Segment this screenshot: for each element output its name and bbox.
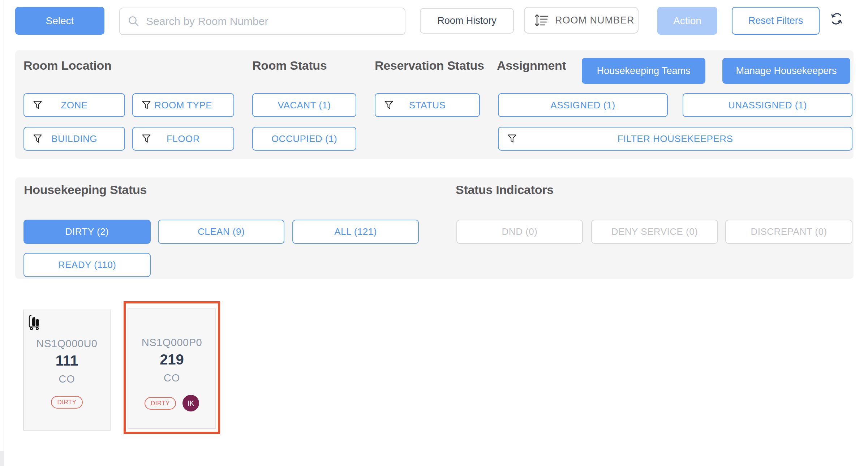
hk-ready-button[interactable]: READY (110) (23, 253, 151, 277)
filter-building-label: BUILDING (51, 133, 97, 144)
housekeeper-badge: IK (182, 395, 199, 411)
hk-dirty-label: DIRTY (2) (65, 226, 109, 237)
filter-status-button[interactable]: STATUS (375, 93, 480, 117)
sort-label: ROOM NUMBER (555, 15, 635, 26)
search-box[interactable] (119, 8, 405, 35)
filter-funnel-icon (32, 99, 43, 111)
room-number: 219 (160, 351, 184, 368)
filter-floor-button[interactable]: FLOOR (132, 127, 234, 151)
filter-vacant-button[interactable]: VACANT (1) (252, 93, 356, 117)
room-history-button[interactable]: Room History (420, 8, 514, 34)
filter-unassigned-button[interactable]: UNASSIGNED (1) (683, 93, 852, 117)
room-number: 111 (56, 353, 78, 369)
selected-room-outline: NS1Q000P0 219 CO DIRTY IK (124, 301, 220, 434)
filter-funnel-icon (141, 99, 152, 111)
room-card-111[interactable]: NS1Q000U0 111 CO DIRTY (23, 310, 111, 431)
filter-status-label: STATUS (409, 100, 446, 111)
dirty-status-pill: DIRTY (51, 396, 82, 409)
filter-room-type-button[interactable]: ROOM TYPE (132, 93, 234, 117)
room-code: NS1Q000P0 (142, 337, 202, 349)
filter-funnel-icon (141, 133, 152, 144)
luggage-cart-icon (27, 314, 42, 330)
filter-building-button[interactable]: BUILDING (23, 127, 125, 151)
reservation-type: CO (164, 372, 180, 384)
manage-housekeepers-label: Manage Housekeepers (736, 65, 837, 77)
sort-amount-icon (533, 12, 549, 28)
filter-occupied-button[interactable]: OCCUPIED (1) (252, 127, 356, 151)
action-button-label: Action (673, 15, 701, 27)
search-icon (127, 15, 140, 28)
hk-all-label: ALL (121) (334, 226, 377, 237)
filter-housekeepers-button[interactable]: FILTER HOUSEKEEPERS (498, 127, 852, 151)
indicator-discrepant-button[interactable]: DISCREPANT (0) (725, 220, 852, 244)
reservation-status-title: Reservation Status (375, 59, 484, 73)
search-input[interactable] (145, 15, 378, 28)
filter-funnel-icon (383, 99, 394, 111)
hk-ready-label: READY (110) (58, 259, 116, 271)
status-indicators-title: Status Indicators (456, 183, 554, 197)
housekeeping-teams-button[interactable]: Housekeeping Teams (582, 58, 705, 84)
manage-housekeepers-button[interactable]: Manage Housekeepers (722, 58, 850, 84)
room-status-title: Room Status (252, 59, 327, 73)
filter-room-type-label: ROOM TYPE (154, 100, 212, 111)
hk-clean-button[interactable]: CLEAN (9) (158, 220, 284, 244)
hk-dirty-button[interactable]: DIRTY (2) (23, 220, 151, 244)
select-button[interactable]: Select (15, 7, 104, 35)
room-history-label: Room History (437, 15, 497, 26)
indicator-dnd-label: DND (0) (502, 226, 538, 237)
filter-assigned-button[interactable]: ASSIGNED (1) (498, 93, 668, 117)
indicator-discrepant-label: DISCREPANT (0) (751, 226, 827, 237)
indicator-deny-service-label: DENY SERVICE (0) (611, 226, 698, 237)
filter-housekeepers-label: FILTER HOUSEKEEPERS (618, 133, 733, 144)
indicator-deny-service-button[interactable]: DENY SERVICE (0) (591, 220, 718, 244)
housekeeping-status-title: Housekeeping Status (24, 183, 147, 197)
filter-zone-button[interactable]: ZONE (23, 93, 125, 117)
room-code: NS1Q000U0 (36, 338, 98, 350)
action-button[interactable]: Action (657, 7, 717, 35)
hk-clean-label: CLEAN (9) (198, 226, 245, 237)
reservation-type: CO (59, 373, 75, 385)
left-bottom-notch (0, 451, 4, 466)
sort-dropdown[interactable]: ROOM NUMBER (524, 7, 639, 34)
refresh-icon[interactable] (830, 12, 843, 26)
housekeeping-page: Select Room History ROOM NUMBER Action R… (0, 0, 868, 466)
room-location-title: Room Location (23, 59, 112, 73)
filter-assigned-label: ASSIGNED (1) (550, 100, 615, 111)
filter-vacant-label: VACANT (1) (278, 100, 331, 111)
filter-floor-label: FLOOR (167, 133, 200, 144)
filter-funnel-icon (507, 133, 517, 144)
left-divider (4, 0, 4, 466)
reset-filters-label: Reset Filters (748, 15, 803, 26)
housekeeping-teams-label: Housekeeping Teams (597, 65, 690, 77)
filter-zone-label: ZONE (61, 100, 87, 111)
filter-unassigned-label: UNASSIGNED (1) (728, 100, 807, 111)
indicator-dnd-button[interactable]: DND (0) (456, 220, 583, 244)
reset-filters-button[interactable]: Reset Filters (732, 7, 820, 35)
filter-occupied-label: OCCUPIED (1) (271, 133, 337, 144)
assignment-title: Assignment (497, 59, 566, 73)
select-button-label: Select (46, 15, 74, 27)
filter-funnel-icon (32, 133, 43, 144)
dirty-status-pill: DIRTY (145, 397, 176, 410)
hk-all-button[interactable]: ALL (121) (292, 220, 419, 244)
room-card-219[interactable]: NS1Q000P0 219 CO DIRTY IK (128, 308, 216, 429)
